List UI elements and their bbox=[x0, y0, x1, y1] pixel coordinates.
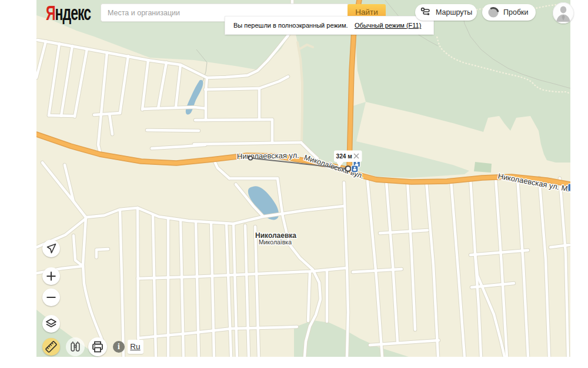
svg-text:Николаевская ул.: Николаевская ул. bbox=[237, 151, 299, 161]
svg-text:Миколаївка: Миколаївка bbox=[259, 238, 292, 246]
svg-text:324 м: 324 м bbox=[336, 153, 352, 160]
